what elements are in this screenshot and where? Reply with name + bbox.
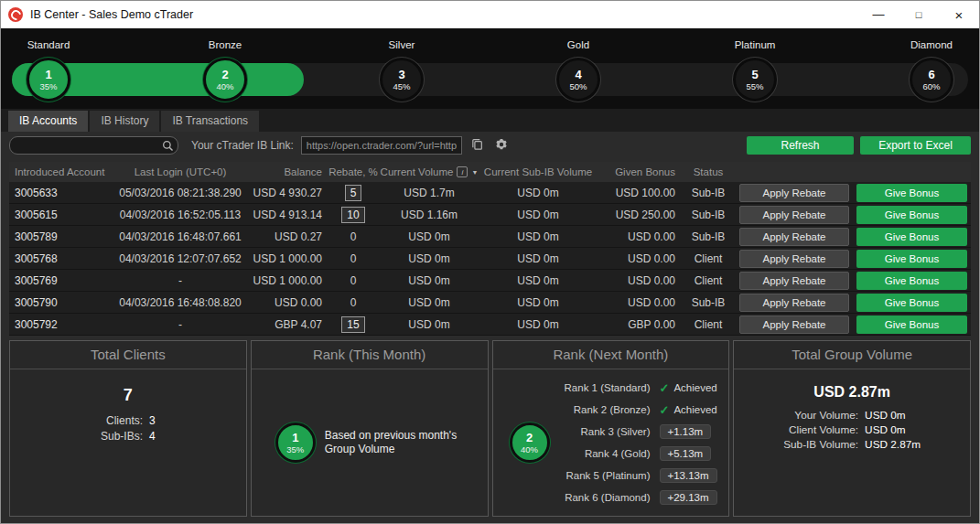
rank-number: 5 xyxy=(751,69,758,81)
table-row[interactable]: 3005633 05/03/2016 08:21:38.290 USD 4 93… xyxy=(9,182,971,204)
ib-link-input[interactable] xyxy=(301,136,462,155)
table-row[interactable]: 3005790 04/03/2016 16:48:08.820 USD 0.00… xyxy=(9,292,971,314)
close-button[interactable]: × xyxy=(939,1,979,28)
cell-given-bonus: USD 0.00 xyxy=(597,274,681,287)
give-bonus-button[interactable]: Give Bonus xyxy=(856,294,967,312)
rank-requirement-value: Achieved xyxy=(673,404,716,415)
table-row[interactable]: 3005769 - USD 1 000.00 0 USD 0m USD 0m U… xyxy=(9,270,971,292)
subibs-value: 4 xyxy=(149,430,156,443)
give-bonus-button[interactable]: Give Bonus xyxy=(856,250,967,268)
rebate-value-field[interactable]: 15 xyxy=(341,316,364,333)
tab[interactable]: IB History xyxy=(90,111,159,132)
give-bonus-button[interactable]: Give Bonus xyxy=(856,206,967,224)
total-clients-title: Total Clients xyxy=(10,341,246,369)
cell-account: 3005792 xyxy=(9,318,112,331)
rank-number: 6 xyxy=(928,69,934,81)
settings-button[interactable] xyxy=(493,137,510,154)
tab[interactable]: IB Transactions xyxy=(161,111,259,132)
rank-percent: 45% xyxy=(393,81,410,91)
give-bonus-button[interactable]: Give Bonus xyxy=(856,228,967,246)
cell-sub-ib-volume: USD 0m xyxy=(479,252,597,265)
apply-rebate-button[interactable]: Apply Rebate xyxy=(739,206,849,224)
rank-number: 1 xyxy=(45,69,51,81)
total-group-volume-body: USD 2.87m Your Volume: USD 0m Client Vol… xyxy=(734,369,970,516)
rank-name-label: Silver xyxy=(389,39,415,54)
cell-given-bonus: USD 250.00 xyxy=(597,209,681,221)
tab-bar: IB Accounts IB History IB Transactions xyxy=(1,109,979,132)
give-bonus-button[interactable]: Give Bonus xyxy=(856,315,967,334)
table-row[interactable]: 3005789 04/03/2016 16:48:07.661 USD 0.27… xyxy=(9,226,971,248)
apply-rebate-button[interactable]: Apply Rebate xyxy=(739,228,849,246)
copy-link-button[interactable] xyxy=(469,137,486,154)
rebate-value-field[interactable]: 5 xyxy=(345,185,362,201)
rank-requirement-status: ✓ Achieved xyxy=(660,381,717,395)
cell-current-volume: USD 0m xyxy=(379,252,479,265)
rank-percent: 60% xyxy=(922,81,940,91)
cell-status: Client xyxy=(681,252,736,265)
minimize-icon: — xyxy=(873,10,885,19)
rebate-value-field[interactable]: 0 xyxy=(347,252,360,265)
rank-name-label: Bronze xyxy=(209,39,242,54)
rebate-value-field[interactable]: 0 xyxy=(347,230,360,243)
rank-requirement-status: ✓ Achieved xyxy=(660,403,717,417)
search-input[interactable] xyxy=(9,136,178,155)
rank-cell: Silver 3 45% xyxy=(372,39,431,109)
cell-apply-rebate: Apply Rebate xyxy=(736,228,853,246)
rank-requirement-value: +1.13m xyxy=(660,424,712,439)
cell-rebate: 0 xyxy=(328,296,379,309)
cell-apply-rebate: Apply Rebate xyxy=(736,315,853,334)
volume-dropdown-caret-icon[interactable]: ▼ xyxy=(471,169,478,176)
rank-requirement-label: Rank 3 (Silver) xyxy=(561,426,651,437)
check-icon: ✓ xyxy=(660,403,670,417)
cell-give-bonus: Give Bonus xyxy=(853,272,971,290)
rank-progress-strip: Standard 1 35% Bronze 2 40% Silver 3 45% xyxy=(1,28,979,109)
cell-give-bonus: Give Bonus xyxy=(853,250,971,268)
volume-info-icon[interactable]: i xyxy=(457,166,468,177)
cell-status: Sub-IB xyxy=(681,187,736,199)
column-header-given-bonus: Given Bonus xyxy=(597,166,681,177)
maximize-icon: □ xyxy=(916,9,922,20)
apply-rebate-button[interactable]: Apply Rebate xyxy=(739,272,849,290)
cell-give-bonus: Give Bonus xyxy=(853,184,971,202)
rank-cell: Standard 1 35% xyxy=(19,39,78,109)
table-row[interactable]: 3005615 04/03/2016 16:52:05.113 USD 4 91… xyxy=(9,204,971,226)
apply-rebate-button[interactable]: Apply Rebate xyxy=(739,315,849,334)
cell-sub-ib-volume: USD 0m xyxy=(479,296,597,309)
rebate-value-field[interactable]: 0 xyxy=(347,274,360,287)
cell-apply-rebate: Apply Rebate xyxy=(736,294,853,312)
apply-rebate-button[interactable]: Apply Rebate xyxy=(739,294,849,312)
rebate-value-field[interactable]: 10 xyxy=(341,207,364,223)
cell-given-bonus: USD 0.00 xyxy=(597,230,681,243)
cell-status: Client xyxy=(681,318,736,331)
apply-rebate-button[interactable]: Apply Rebate xyxy=(739,184,849,202)
volume-row-value: USD 0m xyxy=(865,423,921,436)
export-to-excel-button[interactable]: Export to Excel xyxy=(860,136,971,155)
cell-balance: USD 4 930.27 xyxy=(249,187,328,199)
minimize-button[interactable]: — xyxy=(858,1,899,28)
copy-icon xyxy=(471,138,483,153)
rank-requirement-row: Rank 2 (Bronze) ✓ Achieved xyxy=(561,399,717,421)
rank-requirement-status: ✓ +1.13m xyxy=(660,424,717,439)
cell-last-login: - xyxy=(112,274,249,287)
table-row[interactable]: 3005792 - GBP 4.07 15 USD 0m USD 0m GBP … xyxy=(9,314,971,336)
table-row[interactable]: 3005768 04/03/2016 12:07:07.652 USD 1 00… xyxy=(9,248,971,270)
rank-cells: Standard 1 35% Bronze 2 40% Silver 3 45% xyxy=(1,28,979,109)
cell-status: Client xyxy=(681,274,736,287)
apply-rebate-button[interactable]: Apply Rebate xyxy=(739,250,849,268)
refresh-button[interactable]: Refresh xyxy=(747,136,854,155)
cell-give-bonus: Give Bonus xyxy=(853,315,971,334)
tab[interactable]: IB Accounts xyxy=(8,111,88,132)
rank-name-label: Platinum xyxy=(735,39,776,54)
cell-apply-rebate: Apply Rebate xyxy=(736,184,853,202)
column-header-last-login: Last Login (UTC+0) xyxy=(112,166,249,177)
cell-apply-rebate: Apply Rebate xyxy=(736,250,853,268)
subibs-label: Sub-IBs: xyxy=(101,430,143,443)
rank-requirement-value: Achieved xyxy=(673,382,716,393)
give-bonus-button[interactable]: Give Bonus xyxy=(856,272,967,290)
give-bonus-button[interactable]: Give Bonus xyxy=(856,184,967,202)
rebate-value-field[interactable]: 0 xyxy=(347,296,360,309)
maximize-button[interactable]: □ xyxy=(899,1,939,28)
rank-requirement-label: Rank 2 (Bronze) xyxy=(561,404,651,415)
cell-apply-rebate: Apply Rebate xyxy=(736,272,853,290)
cell-balance: USD 0.00 xyxy=(249,296,328,309)
